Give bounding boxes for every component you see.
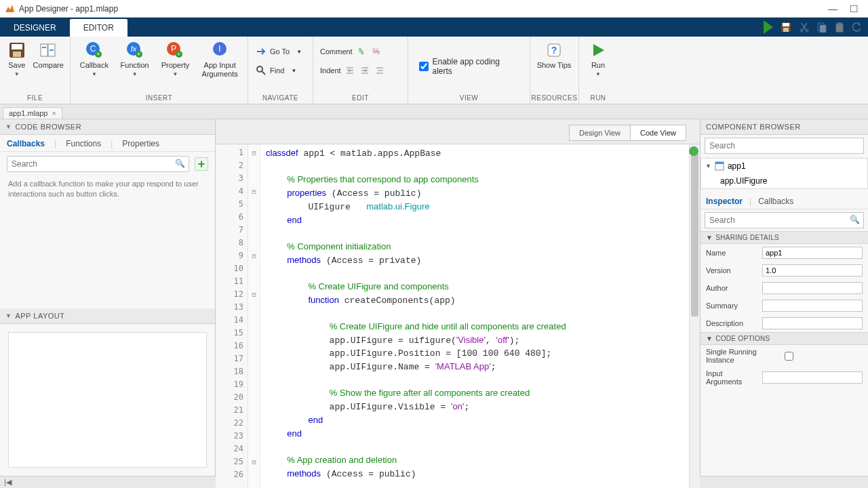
app-icon xyxy=(715,161,724,171)
group-label-file: FILE xyxy=(0,93,70,104)
group-label-view: VIEW xyxy=(408,93,530,104)
inspector-tab[interactable]: Inspector xyxy=(706,197,743,206)
close-file-icon[interactable]: × xyxy=(52,109,56,117)
main-tabstrip: DESIGNER EDITOR xyxy=(0,18,868,37)
svg-point-30 xyxy=(257,66,262,72)
svg-text:?: ? xyxy=(551,45,557,56)
svg-text:+: + xyxy=(178,51,181,58)
group-label-edit: EDIT xyxy=(313,93,408,104)
svg-rect-8 xyxy=(837,22,842,24)
svg-text:+: + xyxy=(137,51,140,58)
view-toggle: Design View Code View xyxy=(569,125,686,141)
goto-start-icon[interactable]: |◀ xyxy=(4,478,12,487)
svg-rect-12 xyxy=(41,44,47,56)
svg-rect-34 xyxy=(715,162,724,164)
vertical-scrollbar[interactable]: ▲ ▼ xyxy=(689,144,700,488)
section-sharing-details[interactable]: ▼SHARING DETAILS xyxy=(701,231,868,244)
group-label-insert: INSERT xyxy=(71,93,248,104)
ribbon: Save ▼ Compare FILE C+ Callback ▼ fx+ Fu… xyxy=(0,37,868,104)
copy-quick-icon[interactable] xyxy=(816,22,827,33)
quick-access-toolbar xyxy=(764,18,868,37)
svg-rect-15 xyxy=(50,49,54,51)
paste-quick-icon[interactable] xyxy=(834,22,845,33)
svg-text:+: + xyxy=(96,51,100,58)
title-bar: App Designer - app1.mlapp — ☐ xyxy=(0,0,868,18)
inspector-callbacks-tab[interactable]: Callbacks xyxy=(758,197,793,206)
group-label-run: RUN xyxy=(579,93,617,104)
enable-coding-alerts-checkbox[interactable]: Enable app coding alerts xyxy=(412,57,526,76)
tab-designer[interactable]: DESIGNER xyxy=(0,19,70,37)
show-tips-button[interactable]: ? Show Tips xyxy=(534,39,574,71)
maximize-icon[interactable]: ☐ xyxy=(850,3,859,14)
component-search-input[interactable] xyxy=(705,138,864,154)
code-browser-header[interactable]: ▼CODE BROWSER xyxy=(0,119,215,135)
codebrowser-tab-callbacks[interactable]: Callbacks xyxy=(7,139,45,148)
tree-node-app1[interactable]: ▼app1 xyxy=(701,159,867,174)
prop-name-input[interactable] xyxy=(762,247,863,259)
codebrowser-search-input[interactable] xyxy=(7,156,189,172)
prop-input-arguments-input[interactable] xyxy=(762,371,863,384)
svg-text:fx: fx xyxy=(130,45,136,53)
app-input-arguments-button[interactable]: I App Input Arguments xyxy=(196,39,243,79)
save-quick-icon[interactable] xyxy=(780,21,792,33)
comment-add-icon[interactable]: % xyxy=(355,45,368,58)
comment-remove-icon[interactable]: % xyxy=(370,45,382,58)
matlab-logo-icon xyxy=(4,3,15,14)
callback-hint: Add a callback function to make your app… xyxy=(0,176,215,202)
window-title: App Designer - app1.mlapp xyxy=(19,4,118,14)
group-label-navigate: NAVIGATE xyxy=(248,93,313,104)
svg-rect-6 xyxy=(820,25,826,33)
property-button[interactable]: P+ Property ▼ xyxy=(156,39,195,79)
run-quick-icon[interactable] xyxy=(764,20,773,34)
svg-rect-11 xyxy=(13,52,21,57)
tab-editor[interactable]: EDITOR xyxy=(70,19,127,37)
section-code-options[interactable]: ▼CODE OPTIONS xyxy=(701,332,868,345)
app-layout-header[interactable]: ▼APP LAYOUT xyxy=(0,308,215,324)
file-tab-app1[interactable]: app1.mlapp × xyxy=(3,107,62,119)
inspector-search-input[interactable] xyxy=(705,212,864,228)
codebrowser-tab-functions[interactable]: Functions xyxy=(66,139,101,148)
run-button[interactable]: Run ▼ xyxy=(583,39,613,79)
code-editor[interactable]: 1234567891011121314151617181920212223242… xyxy=(216,144,700,488)
comment-button[interactable]: Comment % % xyxy=(317,43,389,60)
svg-rect-14 xyxy=(42,47,46,48)
component-tree: ▼app1 app.UIFigure xyxy=(701,158,868,189)
prop-single-instance-checkbox[interactable] xyxy=(785,352,793,361)
undo-quick-icon[interactable] xyxy=(852,22,863,33)
svg-rect-10 xyxy=(12,44,22,49)
callback-button[interactable]: C+ Callback ▼ xyxy=(75,39,114,79)
document-tabs: app1.mlapp × xyxy=(0,104,868,119)
function-button[interactable]: fx+ Function ▼ xyxy=(115,39,155,79)
code-view-button[interactable]: Code View xyxy=(630,125,686,140)
indent-button[interactable]: Indent xyxy=(317,62,389,79)
tree-node-uifigure[interactable]: app.UIFigure xyxy=(701,174,867,188)
component-browser-header[interactable]: COMPONENT BROWSER xyxy=(701,119,868,135)
save-button[interactable]: Save ▼ xyxy=(4,39,29,79)
search-icon: 🔍 xyxy=(850,215,860,224)
goto-button[interactable]: Go To▼ xyxy=(252,43,304,60)
prop-summary-input[interactable] xyxy=(762,300,863,312)
svg-text:C: C xyxy=(90,44,96,54)
minimize-icon[interactable]: — xyxy=(828,3,837,14)
svg-text:P: P xyxy=(171,44,176,54)
code-status-ok-icon xyxy=(689,146,698,156)
search-icon: 🔍 xyxy=(175,159,185,168)
svg-rect-7 xyxy=(836,24,843,32)
prop-author-input[interactable] xyxy=(762,282,863,294)
prop-description-input[interactable] xyxy=(762,317,863,329)
group-label-resources: RESOURCES xyxy=(530,93,578,104)
compare-button[interactable]: Compare xyxy=(31,39,66,71)
prop-version-input[interactable] xyxy=(762,264,863,277)
svg-rect-2 xyxy=(783,28,789,32)
find-button[interactable]: Find▼ xyxy=(252,62,304,79)
indent-right-icon[interactable] xyxy=(344,64,356,77)
codebrowser-tab-properties[interactable]: Properties xyxy=(122,139,159,148)
app-layout-preview[interactable] xyxy=(8,332,207,468)
svg-text:I: I xyxy=(218,44,220,54)
cut-quick-icon[interactable] xyxy=(799,22,810,33)
indent-left-icon[interactable] xyxy=(359,64,371,77)
indent-auto-icon[interactable] xyxy=(374,64,386,77)
add-callback-button[interactable]: + xyxy=(195,157,208,171)
design-view-button[interactable]: Design View xyxy=(570,125,630,140)
svg-rect-1 xyxy=(783,23,789,26)
